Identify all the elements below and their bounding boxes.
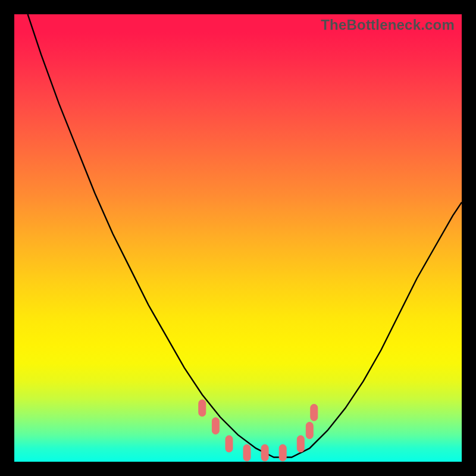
valley-marker xyxy=(226,436,233,452)
valley-marker xyxy=(279,444,286,461)
valley-marker xyxy=(212,418,219,434)
plot-area: TheBottleneck.com xyxy=(14,14,462,462)
valley-marker xyxy=(243,444,250,461)
curve-layer xyxy=(14,14,462,462)
chart-frame: TheBottleneck.com xyxy=(0,0,476,476)
valley-marker xyxy=(306,422,313,439)
valley-marker xyxy=(311,404,318,421)
valley-marker xyxy=(297,436,304,452)
valley-markers xyxy=(199,400,318,461)
valley-marker xyxy=(261,444,268,461)
valley-marker xyxy=(199,400,206,416)
bottleneck-curve xyxy=(28,14,462,458)
